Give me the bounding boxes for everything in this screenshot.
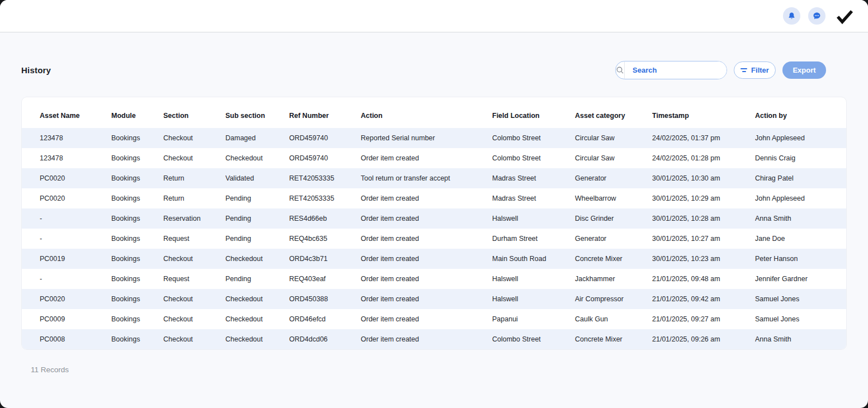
table-cell: John Appleseed bbox=[755, 128, 846, 148]
table-cell: Generator bbox=[575, 229, 652, 249]
table-cell: ORD4dcd06 bbox=[289, 329, 361, 349]
table-cell: 30/01/2025, 10:23 am bbox=[652, 249, 755, 269]
table-cell: RES4d66eb bbox=[289, 208, 361, 229]
page-title: History bbox=[21, 65, 51, 75]
table-cell: RET42053335 bbox=[289, 168, 361, 188]
table-cell: Checkedout bbox=[225, 289, 289, 309]
table-cell: Dennis Craig bbox=[755, 148, 846, 168]
chat-button[interactable] bbox=[808, 7, 825, 25]
table-cell: Halswell bbox=[492, 289, 575, 309]
table-cell: Reservation bbox=[163, 208, 225, 229]
column-header: Asset category bbox=[575, 97, 652, 128]
table-cell: PC0009 bbox=[22, 309, 111, 329]
table-cell: - bbox=[22, 208, 111, 229]
table-cell: Anna Smith bbox=[755, 208, 846, 229]
table-cell: Papanui bbox=[492, 309, 575, 329]
table-row: -BookingsReservationPendingRES4d66ebOrde… bbox=[22, 208, 846, 229]
table-cell: Pending bbox=[225, 208, 289, 229]
table-row: PC0020BookingsReturnValidatedRET42053335… bbox=[22, 168, 846, 188]
table-cell: Bookings bbox=[111, 208, 163, 229]
table-row: -BookingsRequestPendingREQ403eafOrder it… bbox=[22, 269, 846, 289]
search-box bbox=[615, 61, 727, 79]
table-cell: Bookings bbox=[111, 229, 163, 249]
table-cell: PC0020 bbox=[22, 188, 111, 208]
chat-bubble-icon bbox=[813, 12, 821, 20]
table-cell: Order item created bbox=[361, 229, 492, 249]
table-cell: Concrete Mixer bbox=[575, 249, 652, 269]
table-cell: Durham Street bbox=[492, 229, 575, 249]
search-icon bbox=[616, 61, 625, 79]
table-cell: Wheelbarrow bbox=[575, 188, 652, 208]
table-cell: Checkedout bbox=[225, 329, 289, 349]
history-table-card: Asset NameModuleSectionSub sectionRef Nu… bbox=[21, 97, 847, 350]
table-cell: Request bbox=[163, 229, 225, 249]
table-cell: Return bbox=[163, 188, 225, 208]
column-header: Timestamp bbox=[652, 97, 755, 128]
table-cell: ORD450388 bbox=[289, 289, 361, 309]
column-header: Section bbox=[163, 97, 225, 128]
search-input[interactable] bbox=[625, 61, 727, 79]
table-row: PC0019BookingsCheckoutCheckedoutORD4c3b7… bbox=[22, 249, 846, 269]
table-cell: 30/01/2025, 10:29 am bbox=[652, 188, 755, 208]
table-cell: Air Compressor bbox=[575, 289, 652, 309]
column-header: Sub section bbox=[225, 97, 289, 128]
table-cell: Checkout bbox=[163, 289, 225, 309]
table-cell: 21/01/2025, 09:48 am bbox=[652, 269, 755, 289]
table-cell: Bookings bbox=[111, 289, 163, 309]
table-cell: Bookings bbox=[111, 168, 163, 188]
table-cell: Tool return or transfer accept bbox=[361, 168, 492, 188]
table-cell: Generator bbox=[575, 168, 652, 188]
table-cell: 24/02/2025, 01:37 pm bbox=[652, 128, 755, 148]
page-header: History Filter Export bbox=[0, 56, 868, 83]
table-row: PC0009BookingsCheckoutCheckedoutORD46efc… bbox=[22, 309, 846, 329]
table-cell: Return bbox=[163, 168, 225, 188]
notification-button[interactable] bbox=[783, 7, 800, 25]
export-button[interactable]: Export bbox=[782, 61, 826, 79]
table-cell: REQ403eaf bbox=[289, 269, 361, 289]
toolbar: Filter Export bbox=[615, 61, 826, 79]
filter-button-label: Filter bbox=[751, 66, 769, 74]
table-cell: Pending bbox=[225, 269, 289, 289]
table-cell: Checkedout bbox=[225, 309, 289, 329]
table-cell: Checkout bbox=[163, 329, 225, 349]
table-cell: Colombo Street bbox=[492, 329, 575, 349]
table-cell: Caulk Gun bbox=[575, 309, 652, 329]
table-cell: ORD459740 bbox=[289, 128, 361, 148]
filter-icon bbox=[740, 68, 747, 72]
table-cell: Bookings bbox=[111, 128, 163, 148]
table-cell: Samuel Jones bbox=[755, 289, 846, 309]
table-cell: REQ4bc635 bbox=[289, 229, 361, 249]
table-cell: Checkout bbox=[163, 128, 225, 148]
table-cell: Peter Hanson bbox=[755, 249, 846, 269]
table-cell: Request bbox=[163, 269, 225, 289]
table-cell: 24/02/2025, 01:28 pm bbox=[652, 148, 755, 168]
table-cell: Order item created bbox=[361, 289, 492, 309]
column-header: Module bbox=[111, 97, 163, 128]
table-cell: Madras Street bbox=[492, 188, 575, 208]
table-cell: Order item created bbox=[361, 188, 492, 208]
table-cell: Samuel Jones bbox=[755, 309, 846, 329]
table-cell: ORD4c3b71 bbox=[289, 249, 361, 269]
table-cell: Order item created bbox=[361, 249, 492, 269]
table-cell: PC0020 bbox=[22, 168, 111, 188]
table-cell: Disc Grinder bbox=[575, 208, 652, 229]
table-cell: Bookings bbox=[111, 329, 163, 349]
checkmark-logo bbox=[833, 5, 856, 27]
table-cell: Order item created bbox=[361, 208, 492, 229]
column-header: Action by bbox=[755, 97, 846, 128]
table-cell: Checkout bbox=[163, 309, 225, 329]
table-cell: 30/01/2025, 10:28 am bbox=[652, 208, 755, 229]
table-cell: Halswell bbox=[492, 208, 575, 229]
table-header-row: Asset NameModuleSectionSub sectionRef Nu… bbox=[22, 97, 846, 128]
table-cell: Main South Road bbox=[492, 249, 575, 269]
table-cell: Bookings bbox=[111, 269, 163, 289]
table-cell: Validated bbox=[225, 168, 289, 188]
table-cell: 21/01/2025, 09:27 am bbox=[652, 309, 755, 329]
export-button-label: Export bbox=[792, 66, 815, 74]
table-cell: 30/01/2025, 10:30 am bbox=[652, 168, 755, 188]
table-cell: ORD459740 bbox=[289, 148, 361, 168]
filter-button[interactable]: Filter bbox=[734, 61, 776, 79]
table-cell: John Appleseed bbox=[755, 188, 846, 208]
table-cell: 123478 bbox=[22, 148, 111, 168]
table-row: -BookingsRequestPendingREQ4bc635Order it… bbox=[22, 229, 846, 249]
